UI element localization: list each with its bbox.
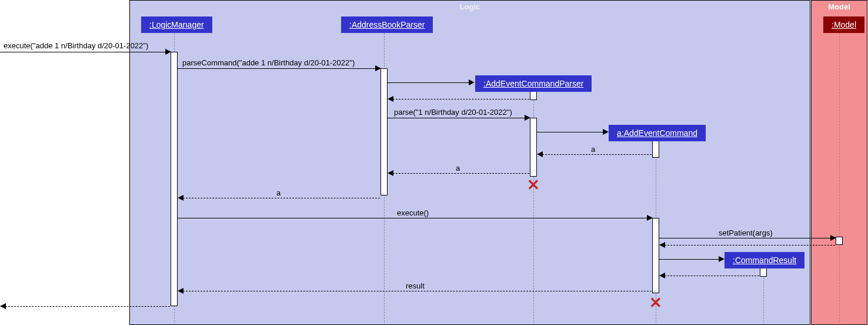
m12-arrow <box>178 288 183 294</box>
m10-line <box>659 238 832 238</box>
m7-line <box>393 173 529 174</box>
m4-arrow <box>525 115 530 121</box>
abp-activation <box>380 68 388 195</box>
m9-label: execute() <box>397 208 429 217</box>
m7-label: a <box>456 164 460 173</box>
m11-arrow <box>719 256 725 262</box>
model-head: :Model <box>823 16 864 33</box>
m10-arrow <box>830 235 836 241</box>
address-book-parser-head: :AddressBookParser <box>341 16 433 33</box>
m5-arrow <box>603 129 609 135</box>
m12-line <box>183 291 652 291</box>
m5-line <box>537 132 604 132</box>
m8-label: a <box>276 188 281 197</box>
aec-destroy-icon: ✕ <box>649 294 662 312</box>
aecp-destroy-icon: ✕ <box>527 176 540 194</box>
m9-arrow <box>647 215 653 221</box>
m11r-line <box>665 276 759 276</box>
logic-region: Logic <box>129 0 810 325</box>
m3-arrow <box>469 79 475 85</box>
logic-manager-activation <box>171 52 178 306</box>
m3r-arrow <box>388 96 393 102</box>
m8-line <box>183 198 380 198</box>
model-lifeline <box>839 33 840 325</box>
m2-arrow <box>375 65 381 71</box>
aec-activation-2 <box>652 218 659 293</box>
m2-line <box>178 68 376 69</box>
m9-line <box>178 218 648 218</box>
m4-label: parse("1 n/Birthday d/20-01-2022") <box>394 108 512 117</box>
cmdres-lifeline <box>763 268 764 325</box>
m6-label: a <box>591 145 595 154</box>
m11r-arrow <box>659 273 665 278</box>
m12-label: result <box>406 281 425 290</box>
command-result-head: :CommandResult <box>725 252 804 268</box>
m1-line <box>0 52 166 52</box>
add-event-command-parser-head: :AddEventCommandParser <box>475 75 592 92</box>
mret-line <box>5 306 170 307</box>
mret-arrow <box>0 303 6 309</box>
aec-activation-1 <box>652 140 659 158</box>
m10r-arrow <box>659 242 665 248</box>
m1-label: execute("adde 1 n/Birthday d/20-01-2022"… <box>4 41 148 50</box>
m10-label: setPatient(args) <box>719 228 773 237</box>
logic-manager-head: :LogicManager <box>141 16 212 33</box>
model-region-label: Model <box>828 2 850 11</box>
aecp-activation-2 <box>530 118 537 177</box>
m8-arrow <box>178 195 183 201</box>
m3r-line <box>393 99 529 100</box>
m10r-line <box>665 245 835 246</box>
m6-line <box>542 154 652 155</box>
model-activation <box>836 237 843 245</box>
m4-line <box>388 118 526 118</box>
add-event-command-head: a:AddEventCommand <box>609 125 706 141</box>
m1-arrow <box>165 49 171 55</box>
m6-arrow <box>537 151 543 157</box>
m2-label: parseCommand("adde 1 n/Birthday d/20-01-… <box>182 58 355 67</box>
m11-line <box>659 259 720 260</box>
aecp-activation-1 <box>530 91 537 100</box>
cmdres-activation <box>760 267 767 277</box>
m7-arrow <box>388 170 393 176</box>
m3-line <box>388 82 470 83</box>
logic-region-label: Logic <box>460 2 480 11</box>
